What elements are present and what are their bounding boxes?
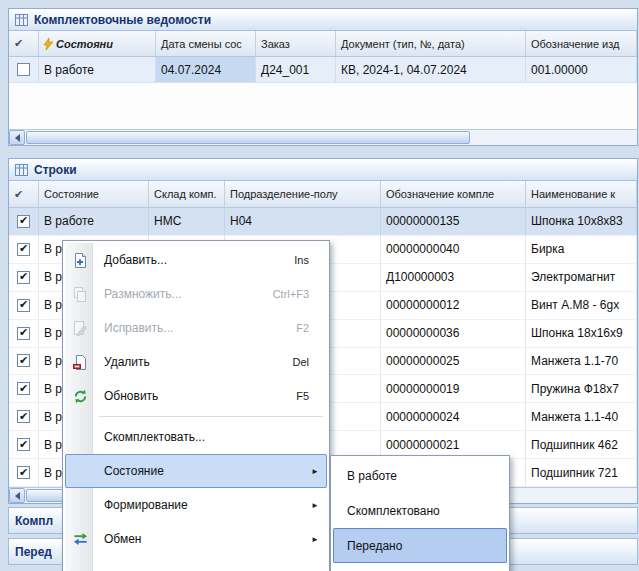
vedomosti-row: В работе 04.07.2024 Д24_001 КВ, 2024-1, … (9, 57, 637, 83)
row-checkbox-checked[interactable]: ✔ (17, 299, 30, 312)
submenu-item-assembled[interactable]: Скомплектовано (333, 493, 507, 528)
cell-select[interactable]: ✔ (9, 431, 39, 458)
menu-item-add[interactable]: Добавить... Ins (65, 243, 327, 277)
cell-select[interactable]: ✔ (9, 459, 39, 486)
cell-select[interactable] (9, 57, 39, 82)
row-checkbox-checked[interactable]: ✔ (17, 215, 30, 228)
cell-warehouse[interactable]: НМС (149, 208, 225, 235)
menu-item-state[interactable]: Состояние ► (65, 454, 327, 488)
column-header-designation[interactable]: Обозначение компле (381, 181, 526, 207)
cell-select[interactable]: ✔ (9, 375, 39, 402)
cell-name[interactable]: Манжета 1.1-40 (526, 403, 637, 430)
row-checkbox-checked[interactable]: ✔ (17, 466, 30, 479)
checkmark-icon: ✔ (14, 188, 23, 201)
cell-designation[interactable]: 001.00000 (526, 57, 637, 82)
cell-department[interactable]: Н04 (225, 208, 381, 235)
menu-item-assemble[interactable]: Скомплектовать... (65, 420, 327, 454)
cell-select[interactable]: ✔ (9, 320, 39, 347)
row-checkbox-checked[interactable]: ✔ (17, 438, 30, 451)
row-checkbox-checked[interactable]: ✔ (17, 327, 30, 340)
vedomosti-column-headers: ✔ Состояни Дата смены сос Заказ Документ… (9, 31, 637, 57)
cell-name[interactable]: Манжета 1.1-70 (526, 348, 637, 375)
vedomosti-hscrollbar[interactable] (9, 129, 637, 145)
checkmark-icon: ✔ (19, 215, 28, 226)
row-checkbox-unchecked[interactable] (17, 63, 30, 76)
row-checkbox-checked[interactable]: ✔ (17, 243, 30, 256)
cell-designation[interactable]: 00000000135 (381, 208, 526, 235)
column-header-order[interactable]: Заказ (256, 31, 336, 56)
cell-order[interactable]: Д24_001 (256, 57, 336, 82)
row-checkbox-checked[interactable]: ✔ (17, 271, 30, 284)
cell-select[interactable]: ✔ (9, 236, 39, 263)
menu-item-refresh[interactable]: Обновить F5 (65, 379, 327, 413)
context-menu: Добавить... Ins Размножить... Ctrl+F3 Ис… (62, 240, 330, 571)
column-header-name[interactable]: Наименование к (526, 181, 637, 207)
panel-header-vedomosti[interactable]: Комплектовочные ведомости (9, 9, 637, 31)
cell-name[interactable]: Электромагнит (526, 264, 637, 291)
checkmark-icon: ✔ (19, 467, 28, 478)
cell-document[interactable]: КВ, 2024-1, 04.07.2024 (336, 57, 526, 82)
cell-name[interactable]: Бирка (526, 236, 637, 263)
cell-state[interactable]: В работе (39, 57, 156, 82)
checkmark-icon: ✔ (19, 327, 28, 338)
row-checkbox-checked[interactable]: ✔ (17, 354, 30, 367)
panel-grid-icon (15, 164, 28, 176)
menu-item-duplicate[interactable]: Размножить... Ctrl+F3 (65, 277, 327, 311)
panel-title: Компл (15, 514, 53, 528)
cell-designation[interactable]: 00000000019 (381, 375, 526, 402)
cell-date[interactable]: 04.07.2024 (156, 57, 256, 82)
cell-state[interactable]: В работе (39, 208, 149, 235)
state-submenu: В работе Скомплектовано Передано (330, 455, 510, 571)
column-header-warehouse[interactable]: Склад комп. (149, 181, 225, 207)
column-header-select[interactable]: ✔ (9, 181, 39, 207)
column-header-document[interactable]: Документ (тип, №, дата) (336, 31, 526, 56)
cell-select[interactable]: ✔ (9, 208, 39, 235)
cell-designation[interactable]: 00000000024 (381, 403, 526, 430)
column-header-state[interactable]: Состояни (39, 31, 156, 56)
checkmark-icon: ✔ (19, 243, 28, 254)
copy-document-icon (65, 287, 95, 302)
table-row: ✔ В работе НМС Н04 00000000135 Шпонка 10… (9, 208, 637, 236)
scroll-left-button[interactable] (9, 488, 25, 503)
cell-designation[interactable]: 00000000012 (381, 292, 526, 319)
row-checkbox-checked[interactable]: ✔ (17, 410, 30, 423)
cell-name[interactable]: Подшипник 721 (526, 459, 637, 486)
cell-name[interactable]: Подшипник 462 (526, 431, 637, 458)
checkmark-icon: ✔ (19, 355, 28, 366)
column-header-designation[interactable]: Обозначение изд (526, 31, 637, 56)
submenu-arrow-icon: ► (311, 535, 319, 544)
cell-select[interactable]: ✔ (9, 292, 39, 319)
menu-item-delete[interactable]: Удалить Del (65, 345, 327, 379)
row-checkbox-checked[interactable]: ✔ (17, 382, 30, 395)
cell-name[interactable]: Шпонка 18х16х9 (526, 320, 637, 347)
cell-select[interactable]: ✔ (9, 264, 39, 291)
submenu-item-transferred[interactable]: Передано (333, 528, 507, 563)
stroki-column-headers: ✔ Состояние Склад комп. Подразделение-по… (9, 181, 637, 208)
exchange-icon (65, 532, 95, 546)
menu-item-edit[interactable]: Исправить... F2 (65, 311, 327, 345)
checkmark-icon: ✔ (19, 439, 28, 450)
cell-designation[interactable]: Д100000003 (381, 264, 526, 291)
column-header-state[interactable]: Состояние (39, 181, 149, 207)
panel-title: Перед (15, 545, 52, 559)
checkmark-icon: ✔ (14, 37, 23, 50)
column-header-select[interactable]: ✔ (9, 31, 39, 56)
menu-separator (99, 416, 323, 417)
scroll-left-button[interactable] (9, 130, 25, 145)
scroll-thumb[interactable] (26, 131, 470, 144)
cell-designation[interactable]: 00000000036 (381, 320, 526, 347)
cell-name[interactable]: Винт А.М8 - 6gх (526, 292, 637, 319)
submenu-item-in-work[interactable]: В работе (333, 458, 507, 493)
delete-document-icon (65, 355, 95, 370)
cell-designation[interactable]: 00000000025 (381, 348, 526, 375)
cell-designation[interactable]: 00000000040 (381, 236, 526, 263)
panel-header-stroki[interactable]: Строки (9, 159, 637, 181)
cell-name[interactable]: Шпонка 10x8x83 (526, 208, 637, 235)
menu-item-exchange[interactable]: Обмен ► (65, 522, 327, 556)
cell-select[interactable]: ✔ (9, 403, 39, 430)
column-header-date[interactable]: Дата смены сос (156, 31, 256, 56)
cell-name[interactable]: Пружина Ф18х7 (526, 375, 637, 402)
column-header-department[interactable]: Подразделение-полу (225, 181, 381, 207)
menu-item-formation[interactable]: Формирование ► (65, 488, 327, 522)
cell-select[interactable]: ✔ (9, 348, 39, 375)
